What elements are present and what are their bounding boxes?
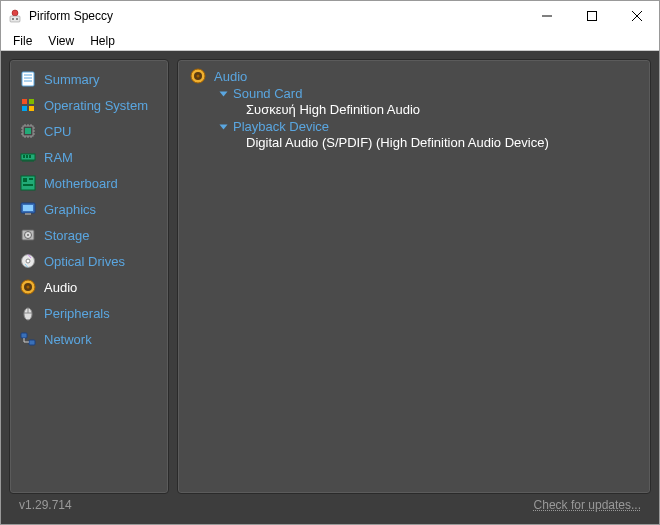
tree-heading-sound-card[interactable]: Sound Card — [222, 86, 638, 101]
svg-rect-14 — [29, 99, 34, 104]
motherboard-icon — [20, 175, 36, 191]
svg-rect-39 — [26, 155, 28, 158]
windows-icon — [20, 97, 36, 113]
sidebar-item-label: Audio — [44, 280, 77, 295]
sidebar-item-peripherals[interactable]: Peripherals — [16, 302, 162, 324]
sidebar-item-label: Peripherals — [44, 306, 110, 321]
audio-icon — [190, 68, 206, 84]
minimize-button[interactable] — [524, 1, 569, 31]
svg-rect-43 — [29, 178, 33, 180]
menu-file[interactable]: File — [5, 32, 40, 50]
tree-heading-label: Sound Card — [233, 86, 302, 101]
svg-rect-9 — [22, 72, 34, 86]
svg-rect-46 — [25, 213, 31, 215]
svg-rect-59 — [21, 333, 27, 338]
svg-rect-15 — [22, 106, 27, 111]
storage-icon — [20, 227, 36, 243]
optical-icon — [20, 253, 36, 269]
audio-icon — [20, 279, 36, 295]
svg-rect-44 — [23, 184, 33, 186]
section-title: Audio — [214, 69, 247, 84]
content-panel: Audio Sound Card Συσκευή High Definition… — [177, 59, 651, 494]
tree-heading-label: Playback Device — [233, 119, 329, 134]
titlebar: Piriform Speccy — [1, 1, 659, 31]
sidebar-item-label: Summary — [44, 72, 100, 87]
svg-point-1 — [12, 10, 18, 16]
svg-rect-42 — [23, 178, 27, 182]
tree-value: Digital Audio (S/PDIF) (High Definition … — [246, 135, 638, 150]
peripherals-icon — [20, 305, 36, 321]
network-icon — [20, 331, 36, 347]
sidebar-item-label: Network — [44, 332, 92, 347]
sidebar-item-label: Operating System — [44, 98, 148, 113]
svg-point-63 — [197, 75, 200, 78]
svg-rect-13 — [22, 99, 27, 104]
svg-rect-6 — [587, 12, 596, 21]
sidebar-item-cpu[interactable]: CPU — [16, 120, 162, 142]
svg-rect-60 — [29, 340, 35, 345]
section-header[interactable]: Audio — [190, 68, 638, 84]
sidebar-item-label: Optical Drives — [44, 254, 125, 269]
sidebar: Summary Operating System CPU RAM — [9, 59, 169, 494]
svg-rect-4 — [16, 18, 18, 20]
svg-point-55 — [27, 286, 30, 289]
sidebar-item-label: Storage — [44, 228, 90, 243]
svg-rect-2 — [10, 16, 20, 22]
svg-rect-40 — [29, 155, 31, 158]
sidebar-item-label: Graphics — [44, 202, 96, 217]
window-title: Piriform Speccy — [29, 9, 524, 23]
graphics-icon — [20, 201, 36, 217]
sidebar-item-network[interactable]: Network — [16, 328, 162, 350]
check-updates-link[interactable]: Check for updates... — [534, 498, 641, 512]
tree-heading-playback-device[interactable]: Playback Device — [222, 119, 638, 134]
maximize-button[interactable] — [569, 1, 614, 31]
svg-rect-38 — [23, 155, 25, 158]
sidebar-item-motherboard[interactable]: Motherboard — [16, 172, 162, 194]
menu-help[interactable]: Help — [82, 32, 123, 50]
cpu-icon — [20, 123, 36, 139]
sidebar-item-label: CPU — [44, 124, 71, 139]
version-label: v1.29.714 — [19, 498, 72, 512]
sidebar-item-optical[interactable]: Optical Drives — [16, 250, 162, 272]
window-controls — [524, 1, 659, 31]
svg-rect-47 — [23, 205, 33, 211]
sidebar-item-storage[interactable]: Storage — [16, 224, 162, 246]
menubar: File View Help — [1, 31, 659, 51]
close-button[interactable] — [614, 1, 659, 31]
sidebar-item-os[interactable]: Operating System — [16, 94, 162, 116]
ram-icon — [20, 149, 36, 165]
sidebar-item-ram[interactable]: RAM — [16, 146, 162, 168]
sidebar-item-summary[interactable]: Summary — [16, 68, 162, 90]
svg-rect-16 — [29, 106, 34, 111]
sidebar-item-label: RAM — [44, 150, 73, 165]
sidebar-item-label: Motherboard — [44, 176, 118, 191]
summary-icon — [20, 71, 36, 87]
menu-view[interactable]: View — [40, 32, 82, 50]
tree-value: Συσκευή High Definition Audio — [246, 102, 638, 117]
svg-rect-18 — [25, 128, 31, 134]
sidebar-item-graphics[interactable]: Graphics — [16, 198, 162, 220]
sidebar-item-audio[interactable]: Audio — [16, 276, 162, 298]
statusbar: v1.29.714 Check for updates... — [9, 494, 651, 516]
client-area: Summary Operating System CPU RAM — [1, 51, 659, 524]
svg-point-50 — [27, 234, 29, 236]
svg-point-52 — [26, 259, 30, 263]
app-icon — [7, 8, 23, 24]
svg-rect-3 — [12, 18, 14, 20]
